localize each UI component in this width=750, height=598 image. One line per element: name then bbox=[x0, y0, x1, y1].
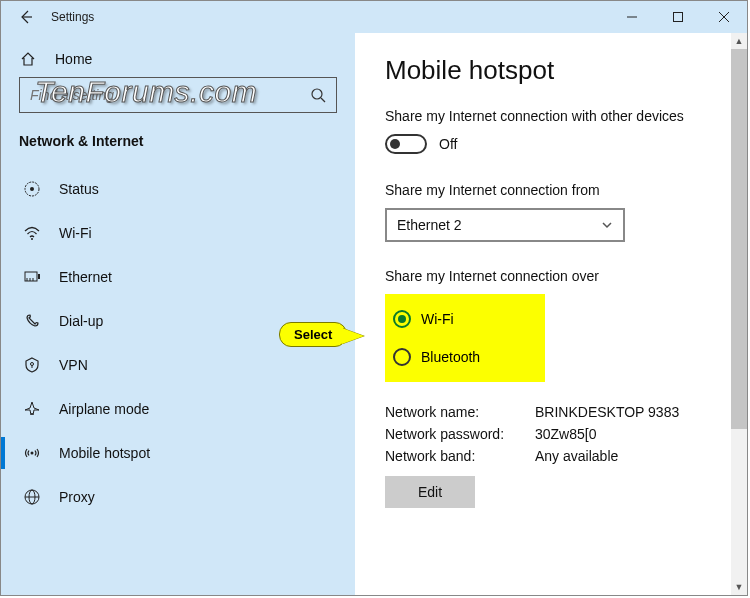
home-icon bbox=[19, 51, 37, 67]
scroll-thumb[interactable] bbox=[731, 49, 747, 429]
svg-point-7 bbox=[30, 187, 34, 191]
titlebar: Settings bbox=[1, 1, 747, 33]
network-name-label: Network name: bbox=[385, 404, 535, 420]
page-title: Mobile hotspot bbox=[385, 55, 717, 86]
search-icon bbox=[310, 87, 326, 103]
svg-point-8 bbox=[31, 238, 33, 240]
wifi-icon bbox=[23, 224, 41, 242]
svg-line-5 bbox=[321, 98, 325, 102]
settings-window: Settings Home bbox=[0, 0, 748, 596]
share-over-label: Share my Internet connection over bbox=[385, 268, 717, 284]
network-band-label: Network band: bbox=[385, 448, 535, 464]
category-header: Network & Internet bbox=[19, 131, 337, 167]
scrollbar[interactable]: ▲ ▼ bbox=[731, 33, 747, 595]
window-title: Settings bbox=[51, 10, 94, 24]
callout: Select bbox=[279, 322, 347, 347]
callout-tail-icon bbox=[342, 328, 364, 344]
status-icon bbox=[23, 180, 41, 198]
sidebar-item-wifi[interactable]: Wi-Fi bbox=[19, 211, 337, 255]
search-box[interactable] bbox=[19, 77, 337, 113]
share-over-radio-group: Wi-Fi Bluetooth bbox=[385, 294, 545, 382]
callout-bubble: Select bbox=[279, 322, 347, 347]
main-panel: Mobile hotspot Share my Internet connect… bbox=[355, 33, 747, 595]
hotspot-icon bbox=[23, 444, 41, 462]
sidebar-item-label: Ethernet bbox=[59, 269, 112, 285]
search-input[interactable] bbox=[30, 87, 310, 103]
radio-bluetooth[interactable]: Bluetooth bbox=[393, 338, 527, 376]
sidebar-item-status[interactable]: Status bbox=[19, 167, 337, 211]
sidebar-item-hotspot[interactable]: Mobile hotspot bbox=[19, 431, 337, 475]
network-info: Network name: BRINKDESKTOP 9383 Network … bbox=[385, 404, 717, 464]
share-from-dropdown[interactable]: Ethernet 2 bbox=[385, 208, 625, 242]
sidebar-item-vpn[interactable]: VPN bbox=[19, 343, 337, 387]
radio-label: Wi-Fi bbox=[421, 311, 454, 327]
share-toggle-label: Share my Internet connection with other … bbox=[385, 108, 717, 124]
sidebar-item-airplane[interactable]: Airplane mode bbox=[19, 387, 337, 431]
sidebar-item-proxy[interactable]: Proxy bbox=[19, 475, 337, 519]
sidebar-item-label: Wi-Fi bbox=[59, 225, 92, 241]
network-name-value: BRINKDESKTOP 9383 bbox=[535, 404, 717, 420]
network-password-label: Network password: bbox=[385, 426, 535, 442]
home-link[interactable]: Home bbox=[19, 45, 337, 77]
network-band-value: Any available bbox=[535, 448, 717, 464]
airplane-icon bbox=[23, 400, 41, 418]
home-label: Home bbox=[55, 51, 92, 67]
edit-button[interactable]: Edit bbox=[385, 476, 475, 508]
radio-icon bbox=[393, 348, 411, 366]
sidebar-item-label: Proxy bbox=[59, 489, 95, 505]
radio-label: Bluetooth bbox=[421, 349, 480, 365]
ethernet-icon bbox=[23, 268, 41, 286]
maximize-button[interactable] bbox=[655, 1, 701, 33]
sidebar-item-label: Airplane mode bbox=[59, 401, 149, 417]
vpn-icon bbox=[23, 356, 41, 374]
network-password-value: 30Zw85[0 bbox=[535, 426, 717, 442]
dialup-icon bbox=[23, 312, 41, 330]
svg-rect-1 bbox=[674, 13, 683, 22]
chevron-down-icon bbox=[601, 219, 613, 231]
sidebar: Home Network & Internet Status Wi-Fi bbox=[1, 33, 355, 595]
radio-wifi[interactable]: Wi-Fi bbox=[393, 300, 527, 338]
radio-icon bbox=[393, 310, 411, 328]
close-button[interactable] bbox=[701, 1, 747, 33]
share-from-label: Share my Internet connection from bbox=[385, 182, 717, 198]
scroll-down-icon[interactable]: ▼ bbox=[731, 579, 747, 595]
svg-point-16 bbox=[31, 452, 34, 455]
toggle-state: Off bbox=[439, 136, 457, 152]
sidebar-item-label: Dial-up bbox=[59, 313, 103, 329]
dropdown-value: Ethernet 2 bbox=[397, 217, 462, 233]
proxy-icon bbox=[23, 488, 41, 506]
svg-point-4 bbox=[312, 89, 322, 99]
share-toggle[interactable] bbox=[385, 134, 427, 154]
back-icon[interactable] bbox=[19, 10, 33, 24]
svg-point-14 bbox=[31, 363, 34, 366]
sidebar-item-label: Mobile hotspot bbox=[59, 445, 150, 461]
sidebar-item-label: VPN bbox=[59, 357, 88, 373]
sidebar-item-ethernet[interactable]: Ethernet bbox=[19, 255, 337, 299]
scroll-up-icon[interactable]: ▲ bbox=[731, 33, 747, 49]
svg-rect-10 bbox=[38, 274, 40, 279]
minimize-button[interactable] bbox=[609, 1, 655, 33]
sidebar-item-label: Status bbox=[59, 181, 99, 197]
